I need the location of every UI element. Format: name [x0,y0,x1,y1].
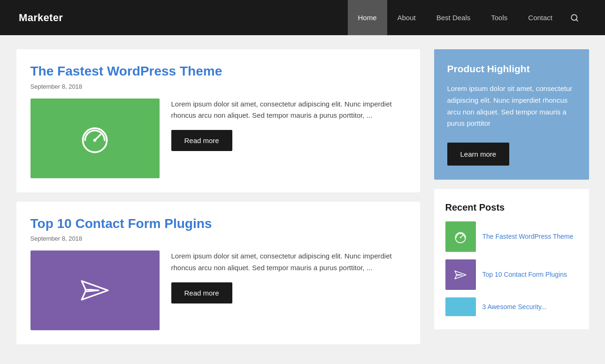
product-highlight-title: Product Highlight [447,63,576,75]
article-body-1: Lorem ipsum dolor sit amet, consectetur … [31,99,406,178]
recent-post-thumb-3 [445,297,476,316]
svg-point-9 [460,237,461,238]
search-icon[interactable] [563,0,586,35]
read-more-button-1[interactable]: Read more [171,130,232,151]
svg-line-1 [576,19,577,21]
article-content-1: Lorem ipsum dolor sit amet, consectetur … [171,99,406,152]
article-excerpt-1: Lorem ipsum dolor sit amet, consectetur … [171,99,406,122]
svg-point-4 [93,138,96,141]
recent-post-item-1: The Fastest WordPress Theme [445,221,578,252]
recent-post-link-3[interactable]: 3 Awesome Security... [482,303,547,311]
nav-item-home[interactable]: Home [348,0,387,35]
nav-item-best-deals[interactable]: Best Deals [426,0,481,35]
article-date-2: September 8, 2018 [31,235,406,242]
article-title-1[interactable]: The Fastest WordPress Theme [31,63,406,79]
sidebar: Product Highlight Lorem ipsum dolor sit … [434,49,589,329]
read-more-button-2[interactable]: Read more [171,282,232,303]
page-wrapper: The Fastest WordPress Theme September 8,… [7,35,598,358]
product-highlight-widget: Product Highlight Lorem ipsum dolor sit … [434,49,589,180]
article-content-2: Lorem ipsum dolor sit amet, consectetur … [171,250,406,303]
recent-post-item-3: 3 Awesome Security... [445,297,578,316]
article-thumbnail-1 [31,99,160,178]
nav-item-tools[interactable]: Tools [481,0,518,35]
article-title-2[interactable]: Top 10 Contact Form Plugins [31,216,406,232]
article-body-2: Lorem ipsum dolor sit amet, consectetur … [31,250,406,330]
recent-post-link-2[interactable]: Top 10 Contact Form Plugins [482,270,567,280]
recent-posts-widget: Recent Posts The Fastest WordPress Theme [434,189,589,329]
article-date-1: September 8, 2018 [31,83,406,90]
article-card-2: Top 10 Contact Form Plugins September 8,… [16,202,420,345]
article-card-1: The Fastest WordPress Theme September 8,… [16,49,420,192]
nav-item-about[interactable]: About [387,0,426,35]
recent-posts-title: Recent Posts [445,202,578,213]
recent-post-item-2: Top 10 Contact Form Plugins [445,259,578,290]
article-thumbnail-2 [31,250,160,330]
main-nav: Home About Best Deals Tools Contact [348,0,587,35]
recent-post-thumb-1 [445,221,476,252]
article-excerpt-2: Lorem ipsum dolor sit amet, consectetur … [171,250,406,274]
learn-more-button[interactable]: Learn more [447,143,510,166]
recent-post-link-1[interactable]: The Fastest WordPress Theme [482,232,574,242]
main-content: The Fastest WordPress Theme September 8,… [16,49,420,344]
site-header: Marketer Home About Best Deals Tools Con… [0,0,605,35]
nav-item-contact[interactable]: Contact [518,0,563,35]
recent-post-thumb-2 [445,259,476,290]
site-logo[interactable]: Marketer [19,12,63,24]
product-highlight-text: Lorem ipsum dolor sit amet, consectetur … [447,83,576,129]
